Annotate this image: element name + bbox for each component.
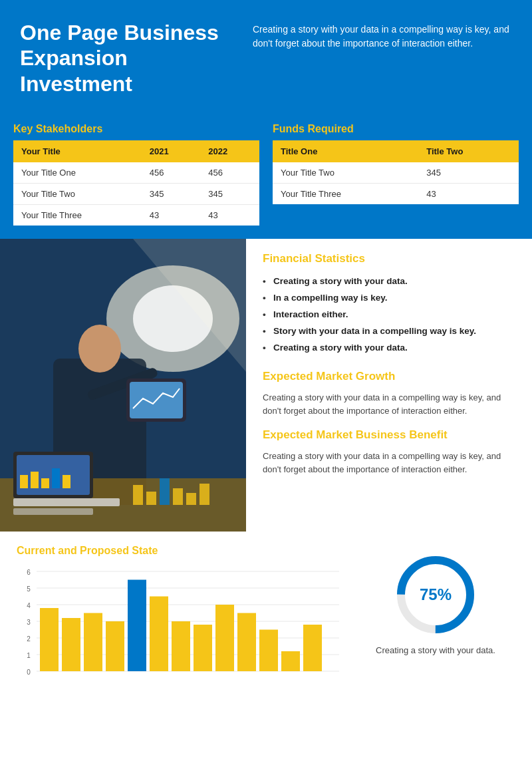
svg-rect-12 (31, 472, 39, 488)
svg-rect-49 (259, 630, 278, 672)
svg-rect-23 (200, 484, 209, 505)
svg-text:2: 2 (27, 635, 31, 643)
bottom-section: Current and Proposed State 0 1 2 3 4 5 6 (0, 532, 532, 700)
svg-rect-20 (160, 478, 170, 505)
chart-title: Current and Proposed State (17, 545, 342, 557)
svg-text:4: 4 (27, 602, 31, 609)
donut-container: 75% (392, 551, 479, 638)
chart-block: Current and Proposed State 0 1 2 3 4 5 6 (17, 545, 342, 687)
svg-point-4 (78, 325, 121, 373)
svg-text:0: 0 (27, 669, 31, 676)
svg-rect-39 (40, 608, 59, 671)
financial-stats-list: Creating a story with your data.In a com… (263, 273, 515, 356)
stakeholders-table: Your Title 2021 2022 Your Title One45645… (13, 140, 259, 226)
market-benefit-text: Creating a story with your data in a com… (263, 450, 515, 476)
financial-stats-heading: Financial Statistics (263, 252, 515, 265)
svg-rect-45 (172, 621, 190, 671)
stakeholders-title: Key Stakeholders (13, 116, 259, 140)
table-row: Your Title Three4343 (13, 205, 259, 226)
photo-block (0, 239, 246, 532)
stakeholders-block: Key Stakeholders Your Title 2021 2022 Yo… (13, 116, 259, 226)
svg-rect-41 (84, 613, 102, 672)
table-row: Your Title Three43 (273, 184, 519, 205)
svg-rect-13 (41, 478, 49, 488)
svg-text:1: 1 (27, 652, 31, 659)
svg-rect-51 (303, 625, 322, 671)
svg-rect-22 (186, 493, 196, 505)
svg-rect-21 (173, 488, 183, 505)
header-description: Creating a story with your data in a com… (253, 20, 512, 51)
list-item: Interaction either. (263, 307, 515, 323)
table-row: Your Title Two345 (273, 162, 519, 184)
table-row: Your Title Two345345 (13, 184, 259, 205)
svg-text:3: 3 (27, 619, 31, 626)
header-section: One Page Business Expansion Investment C… (0, 0, 532, 116)
svg-rect-43 (128, 580, 146, 672)
funds-table: Title One Title Two Your Title Two345You… (273, 140, 519, 204)
stakeholders-col-2: 2022 (200, 140, 259, 162)
funds-title: Funds Required (273, 116, 519, 140)
tables-section: Key Stakeholders Your Title 2021 2022 Yo… (0, 116, 532, 239)
svg-rect-16 (13, 498, 120, 506)
svg-rect-17 (13, 508, 93, 515)
svg-rect-19 (146, 492, 156, 505)
svg-rect-40 (62, 618, 80, 671)
svg-rect-48 (237, 613, 256, 672)
list-item: Creating a story with your data. (263, 273, 515, 290)
stakeholders-col-0: Your Title (13, 140, 142, 162)
table-row: Your Title One456456 (13, 162, 259, 184)
list-item: Story with your data in a compelling way… (263, 323, 515, 340)
svg-rect-50 (281, 651, 300, 671)
funds-col-1: Title Two (418, 140, 519, 162)
middle-section: Financial Statistics Creating a story wi… (0, 239, 532, 532)
svg-rect-18 (133, 485, 143, 505)
svg-rect-46 (194, 625, 212, 671)
svg-rect-42 (106, 621, 124, 671)
market-benefit-heading: Expected Market Business Benefit (263, 428, 515, 442)
svg-rect-14 (52, 468, 60, 488)
donut-caption: Creating a story with your data. (376, 645, 495, 657)
svg-rect-11 (20, 475, 28, 488)
bar-chart-svg: 0 1 2 3 4 5 6 (17, 565, 342, 685)
svg-rect-47 (215, 605, 234, 671)
business-photo (0, 239, 246, 532)
funds-col-0: Title One (273, 140, 418, 162)
stakeholders-col-1: 2021 (142, 140, 201, 162)
svg-text:6: 6 (27, 569, 31, 576)
svg-text:5: 5 (27, 585, 31, 593)
right-block: Financial Statistics Creating a story wi… (246, 239, 532, 532)
list-item: In a compelling way is key. (263, 290, 515, 307)
donut-block: 75% Creating a story with your data. (356, 545, 515, 657)
donut-percent: 75% (420, 585, 452, 604)
market-growth-heading: Expected Market Growth (263, 370, 515, 383)
funds-block: Funds Required Title One Title Two Your … (273, 116, 519, 226)
svg-rect-44 (150, 597, 168, 672)
list-item: Creating a story with your data. (263, 340, 515, 357)
main-title: One Page Business Expansion Investment (20, 20, 233, 96)
svg-rect-15 (63, 475, 70, 488)
market-growth-text: Creating a story with your data in a com… (263, 391, 515, 418)
